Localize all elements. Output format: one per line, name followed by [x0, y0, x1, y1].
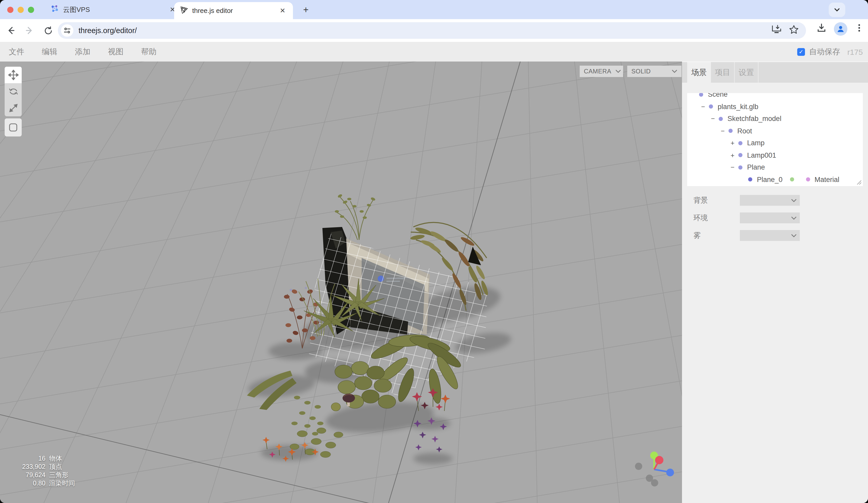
environment-select[interactable]: [740, 213, 800, 223]
outliner-item-Lamp[interactable]: +Lamp: [687, 137, 863, 149]
resize-handle[interactable]: [856, 179, 861, 185]
environment-property-row: 环境: [682, 213, 868, 223]
close-window-button[interactable]: [7, 7, 13, 13]
fog-label: 雾: [693, 231, 701, 240]
outliner-item-plants_kit.glb[interactable]: −plants_kit.glb: [687, 101, 863, 113]
menu-item-3[interactable]: 视图: [99, 47, 132, 57]
z-axis-ball: [666, 469, 674, 476]
expander-toggle[interactable]: −: [711, 115, 719, 123]
version-label: r175: [847, 47, 863, 56]
outliner-item-label: Lamp: [747, 139, 765, 147]
object-dot-icon: [719, 117, 723, 121]
object-dot-icon: [738, 153, 743, 157]
expander-toggle[interactable]: +: [731, 139, 738, 147]
site-settings-icon[interactable]: [61, 24, 73, 37]
menu-item-4[interactable]: 帮助: [132, 47, 165, 57]
square-icon: [9, 123, 18, 132]
background-label: 背景: [693, 196, 708, 205]
view-helper-gizmo[interactable]: [628, 449, 682, 500]
autosave-label: 自动保存: [809, 47, 840, 57]
menu-item-2[interactable]: 添加: [66, 47, 99, 57]
menu-item-1[interactable]: 编辑: [33, 47, 66, 57]
scene-outliner[interactable]: Scene−plants_kit.glb−Sketchfab_model−Roo…: [687, 93, 863, 186]
autosave-checkbox[interactable]: ✓: [797, 48, 805, 55]
panel-tabs: 场景 项目 设置: [682, 62, 868, 83]
outliner-item-label: Sketchfab_model: [727, 115, 782, 123]
expander-toggle[interactable]: −: [701, 103, 709, 111]
stat-row: 79,624三角形: [4, 471, 75, 479]
tab-yuntu-vps[interactable]: 云图VPS ✕: [45, 0, 182, 19]
bookmark-star-icon[interactable]: [789, 24, 799, 37]
browser-toolbar: threejs.org/editor/: [0, 19, 868, 42]
fog-select[interactable]: [740, 230, 800, 241]
negative-x-axis-ball: [635, 463, 642, 470]
menu-item-0[interactable]: 文件: [0, 47, 33, 57]
expander-toggle[interactable]: −: [721, 127, 728, 135]
expander-toggle[interactable]: −: [731, 164, 738, 171]
scale-tool-button[interactable]: [5, 100, 22, 116]
tab-scene[interactable]: 场景: [687, 62, 711, 83]
chevron-down-icon: [611, 68, 621, 75]
tab-search-button[interactable]: [829, 3, 845, 17]
translate-tool-button[interactable]: [5, 67, 22, 83]
molecule-icon: [51, 5, 59, 14]
expander-toggle[interactable]: +: [731, 152, 738, 159]
outliner-item-Plane_0[interactable]: Plane_0Material: [687, 173, 863, 186]
stat-row: 233,902顶点: [4, 463, 75, 471]
scale-icon: [9, 103, 18, 113]
outliner-item-label: Plane_0: [757, 176, 783, 184]
traffic-lights: [7, 7, 34, 13]
object-dot-icon: [709, 105, 713, 109]
sidebar-panel: 场景 项目 设置 Scene−plants_kit.glb−Sketchfab_…: [682, 62, 868, 503]
x-axis-ball: [655, 456, 663, 464]
profile-avatar[interactable]: [834, 22, 847, 36]
material-dot-icon: [806, 177, 810, 182]
move-icon: [8, 70, 18, 80]
tab-project[interactable]: 项目: [711, 62, 735, 83]
object-dot-icon: [728, 129, 733, 133]
browser-menu-icon[interactable]: [855, 23, 864, 35]
tab-settings[interactable]: 设置: [735, 62, 758, 83]
camera-select[interactable]: CAMERA: [580, 66, 623, 77]
background-property-row: 背景: [682, 195, 868, 206]
zoom-window-button[interactable]: [28, 7, 34, 13]
geometry-dot-icon: [790, 177, 794, 182]
environment-label: 环境: [693, 214, 708, 223]
chevron-down-icon: [834, 6, 840, 13]
object-dot-icon: [738, 165, 743, 170]
chevron-down-icon: [668, 68, 677, 75]
viewport-canvas[interactable]: CAMERA SOLID 16物体233,902顶点79,624三角形0.80渲…: [0, 62, 682, 503]
outliner-item-Sketchfab_model[interactable]: −Sketchfab_model: [687, 113, 863, 125]
tab-strip: 云图VPS ✕ three.js editor ✕ +: [0, 0, 868, 19]
install-app-icon[interactable]: [772, 25, 782, 36]
shading-select[interactable]: SOLID: [627, 66, 681, 77]
rotate-tool-button[interactable]: [5, 83, 22, 100]
close-tab-icon[interactable]: ✕: [278, 7, 287, 15]
outliner-item-Lamp001[interactable]: +Lamp001: [687, 149, 863, 161]
tab-label: three.js editor: [192, 7, 274, 14]
back-button[interactable]: [3, 23, 19, 38]
forward-button[interactable]: [22, 23, 37, 38]
downloads-icon[interactable]: [816, 23, 827, 35]
address-bar[interactable]: threejs.org/editor/: [58, 22, 806, 39]
tab-label: 云图VPS: [63, 5, 164, 14]
rotate-icon: [8, 86, 18, 97]
background-select[interactable]: [740, 195, 800, 206]
url-text[interactable]: threejs.org/editor/: [79, 27, 772, 35]
outliner-item-Plane[interactable]: −Plane: [687, 161, 863, 173]
new-tab-button[interactable]: +: [300, 4, 312, 16]
object-dot-icon: [699, 93, 703, 97]
outliner-item-label: plants_kit.glb: [718, 103, 758, 111]
stat-row: 0.80渲染时间: [4, 479, 75, 487]
tab-threejs-editor[interactable]: three.js editor ✕: [174, 2, 293, 19]
browser-window: 云图VPS ✕ three.js editor ✕ +: [0, 0, 868, 503]
outliner-item-Root[interactable]: −Root: [687, 125, 863, 137]
chevron-down-icon: [791, 198, 797, 202]
minimize-window-button[interactable]: [18, 7, 24, 13]
outliner-item-Scene[interactable]: Scene: [687, 93, 863, 101]
scene-render: [0, 62, 682, 503]
outliner-item-label: Root: [737, 127, 752, 135]
reload-button[interactable]: [40, 23, 56, 38]
chevron-down-icon: [791, 216, 797, 220]
local-space-toggle-button[interactable]: [5, 119, 22, 136]
